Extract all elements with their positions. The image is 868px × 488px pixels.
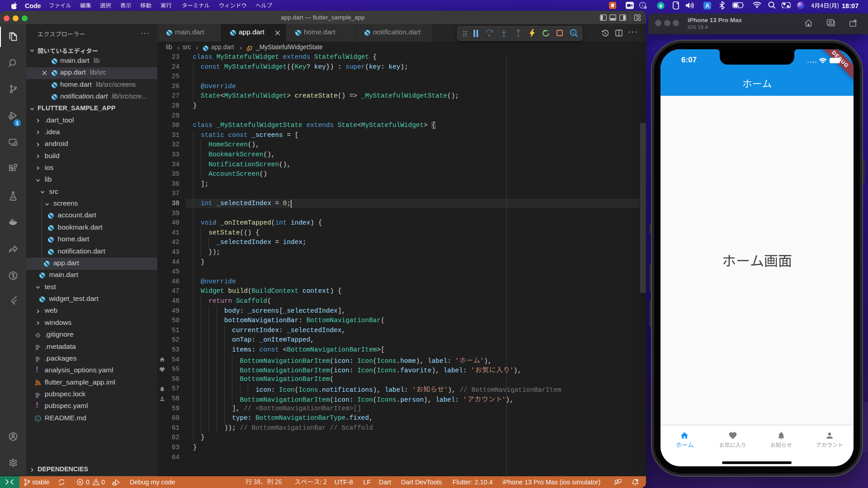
svg-text:A: A — [705, 3, 709, 9]
svg-text:e: e — [659, 3, 662, 9]
